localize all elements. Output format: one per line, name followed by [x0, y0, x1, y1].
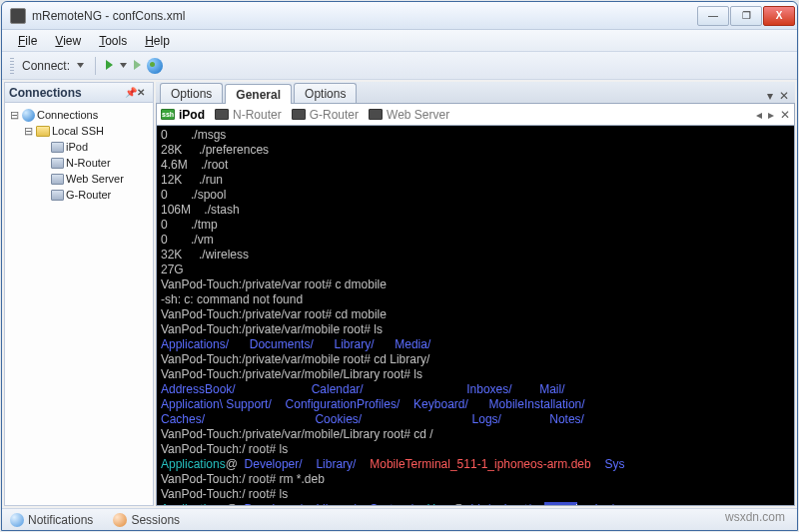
workspace: Connections 📌 ✕ ⊟ Connections ⊟ Local SS… — [2, 80, 797, 508]
toolbar-grip-icon[interactable] — [10, 58, 14, 74]
connections-tree[interactable]: ⊟ Connections ⊟ Local SSH iPod N-Router — [5, 103, 153, 505]
toolbar: Connect: — [2, 52, 797, 80]
titlebar[interactable]: mRemoteNG - confCons.xml — ❐ X — [2, 2, 797, 30]
panel-title: Connections — [9, 86, 82, 100]
conn-tab-nrouter[interactable]: N-Router — [215, 108, 282, 122]
app-icon — [10, 8, 26, 24]
tree-item-grouter[interactable]: G-Router — [7, 187, 151, 203]
connections-panel-header[interactable]: Connections 📌 ✕ — [5, 83, 153, 103]
ssh-icon: ssh — [161, 109, 175, 120]
status-notifications[interactable]: Notifications — [10, 513, 93, 527]
host-icon — [51, 142, 64, 153]
tree-group-local-ssh[interactable]: ⊟ Local SSH — [7, 123, 151, 139]
conn-tab-prev-icon[interactable]: ◂ — [756, 108, 762, 122]
conn-tab-grouter[interactable]: G-Router — [292, 108, 359, 122]
connections-panel: Connections 📌 ✕ ⊟ Connections ⊟ Local SS… — [4, 82, 154, 506]
tab-options-right[interactable]: Options — [294, 83, 357, 103]
host-icon — [51, 174, 64, 185]
statusbar: Notifications Sessions — [2, 508, 797, 530]
tab-dropdown-icon[interactable]: ▾ — [767, 89, 773, 103]
ssh-icon — [292, 109, 306, 120]
connect-label: Connect: — [22, 59, 70, 73]
menu-file[interactable]: File — [10, 32, 45, 50]
connect-dropdown-icon[interactable] — [76, 61, 85, 70]
play-dropdown-icon[interactable] — [119, 61, 128, 70]
menu-tools[interactable]: Tools — [91, 32, 135, 50]
host-icon — [51, 158, 64, 169]
menu-view[interactable]: View — [47, 32, 89, 50]
sessions-icon — [113, 513, 127, 527]
window-title: mRemoteNG - confCons.xml — [32, 9, 697, 23]
tab-general[interactable]: General — [225, 84, 292, 104]
tree-item-nrouter[interactable]: N-Router — [7, 155, 151, 171]
notifications-icon — [10, 513, 24, 527]
conn-tab-close-icon[interactable]: ✕ — [780, 108, 790, 122]
tree-item-ipod[interactable]: iPod — [7, 139, 151, 155]
terminal[interactable]: 0 ./msgs 28K ./preferences 4.6M ./root 1… — [156, 126, 795, 506]
menubar: File View Tools Help — [2, 30, 797, 52]
close-button[interactable]: X — [763, 6, 795, 26]
content-area: Options General Options ▾ ✕ sshiPod N-Ro… — [156, 82, 795, 506]
tree-root[interactable]: ⊟ Connections — [7, 107, 151, 123]
close-panel-icon[interactable]: ✕ — [137, 87, 149, 99]
ssh-icon — [369, 109, 383, 120]
conn-tab-next-icon[interactable]: ▸ — [768, 108, 774, 122]
conn-tab-ipod[interactable]: sshiPod — [161, 108, 205, 122]
maximize-button[interactable]: ❐ — [730, 6, 762, 26]
ssh-icon — [215, 109, 229, 120]
tree-item-webserver[interactable]: Web Server — [7, 171, 151, 187]
play-alt-icon[interactable] — [134, 59, 141, 73]
tabstrip: Options General Options ▾ ✕ — [156, 82, 795, 104]
tab-options-left[interactable]: Options — [160, 83, 223, 103]
host-icon — [51, 190, 64, 201]
pin-icon[interactable]: 📌 — [125, 87, 137, 99]
play-icon[interactable] — [106, 59, 113, 73]
minimize-button[interactable]: — — [697, 6, 729, 26]
separator-icon — [95, 57, 96, 75]
app-window: mRemoteNG - confCons.xml — ❐ X File View… — [1, 1, 798, 531]
status-sessions[interactable]: Sessions — [113, 513, 180, 527]
tab-close-icon[interactable]: ✕ — [779, 89, 789, 103]
watermark: wsxdn.com — [725, 510, 785, 524]
connections-root-icon — [22, 109, 35, 122]
conn-tab-webserver[interactable]: Web Server — [369, 108, 449, 122]
menu-help[interactable]: Help — [137, 32, 178, 50]
folder-icon — [36, 126, 50, 137]
connection-tabbar: sshiPod N-Router G-Router Web Server ◂ ▸… — [156, 104, 795, 126]
globe-icon[interactable] — [147, 58, 163, 74]
